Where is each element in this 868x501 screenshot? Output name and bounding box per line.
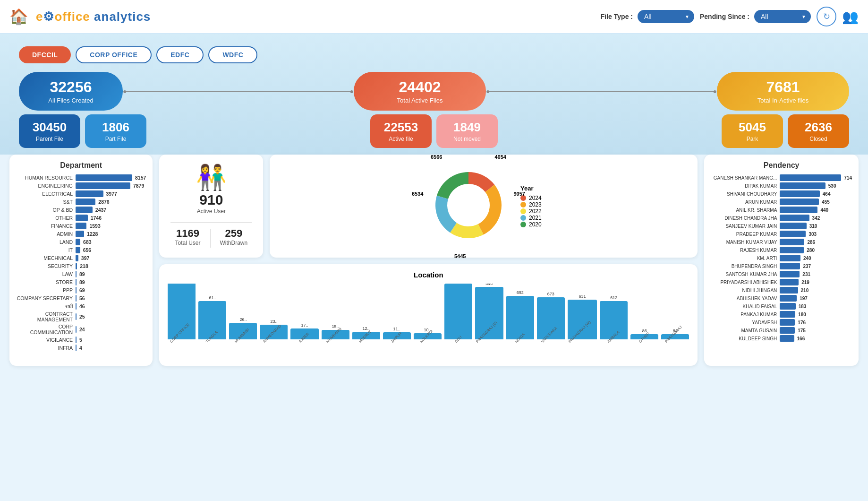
location-bar-item: 895 DDU	[444, 284, 472, 345]
dept-bar	[76, 295, 77, 302]
pend-name: SANJEEV KUMAR JAIN	[711, 224, 777, 229]
file-type-select-wrapper[interactable]: All	[638, 10, 694, 23]
sub-stat-num: 1849	[446, 120, 488, 135]
pend-name: ANIL KR. SHARMA	[711, 207, 777, 213]
pend-bar	[780, 295, 797, 302]
location-bar-item: 840 PRAYAGRAJ (E)	[475, 284, 503, 345]
legend-year-label: 2021	[529, 215, 542, 221]
dept-name: COMPANY SECRETARY	[16, 295, 73, 301]
withdrawn-value: 259	[220, 227, 248, 240]
pend-name: MAMTA GUSAIN	[711, 328, 777, 333]
pending-since-select[interactable]: All	[754, 10, 811, 23]
stat-label: All Files Created	[33, 97, 109, 104]
total-user-stat: 1169 Total User	[175, 227, 201, 246]
pend-bar-row: KULDEEP SINGH166	[711, 335, 852, 342]
active-user-label: Active User	[197, 208, 226, 215]
dept-name: ENGINEERING	[16, 183, 73, 189]
location-bar-item: 10.. KOLKATA	[414, 328, 442, 346]
bar-value-label: 692	[517, 290, 524, 295]
pend-bar	[780, 174, 841, 181]
dept-bar	[76, 263, 77, 269]
pend-value: 530	[828, 183, 836, 189]
dept-value: 1746	[91, 215, 102, 221]
user-avatar: 👫	[196, 163, 227, 192]
pend-bar	[780, 279, 799, 285]
file-type-select[interactable]: All	[638, 10, 694, 23]
dept-bar-row: INFRA4	[16, 345, 146, 351]
department-bars: HUMAN RESOURCE8157ENGINEERING7879ELECTRI…	[16, 174, 146, 351]
location-bar-item: 98.. CORP OFFICE	[168, 284, 196, 345]
pend-bar	[780, 182, 825, 189]
dept-bar-row: CORP COMMUNICATION24	[16, 324, 146, 335]
pend-name: SHIVANI CHOUDHARY	[711, 191, 777, 197]
pend-value: 310	[809, 224, 817, 229]
pendency-title: Pendency	[711, 161, 852, 170]
user-donut-row: 👫 910 Active User 1169 Total User 259 Wi…	[159, 155, 698, 258]
stat-pill-blue: 32256All Files Created	[19, 72, 123, 111]
pend-bar-row: MANISH KUMAR VIJAY286	[711, 239, 852, 245]
pend-bar-row: DINESH CHANDRA JHA342	[711, 215, 852, 221]
pend-bar	[780, 319, 795, 326]
sub-stat-group-0: 30450Parent File1806Part File	[19, 114, 146, 148]
people-icon: 👥	[842, 9, 859, 25]
location-chart-wrapper: 98.. CORP OFFICE 61.. TUNDLA 26.. MUMBAI…	[168, 284, 689, 359]
location-title: Location	[168, 271, 689, 279]
stat-label: Total Active Files	[368, 97, 472, 104]
dept-bar-row: CONTRACT MANAGEMENT25	[16, 311, 146, 322]
pending-since-select-wrapper[interactable]: All	[754, 10, 811, 23]
nav-tab-corp-office[interactable]: CORP OFFICE	[76, 46, 152, 63]
pend-name: PRADEEP KUMAR	[711, 232, 777, 237]
sub-stat-label: Part File	[94, 136, 137, 142]
dept-value: 5	[79, 337, 82, 343]
legend-year-label: 2022	[529, 208, 542, 215]
dept-name: VIGILANCE	[16, 337, 73, 343]
dept-value: 7879	[133, 183, 144, 189]
pend-bar	[780, 207, 817, 213]
pend-bar	[780, 303, 795, 310]
pend-name: MANISH KUMAR VIJAY	[711, 240, 777, 245]
sub-stat-group-1: 22553Active file1849Not moved	[370, 114, 498, 148]
sub-stat-label: Active file	[380, 136, 422, 142]
dept-value: 3977	[106, 191, 117, 197]
legend-item-2021: 2021	[520, 215, 542, 221]
pend-value: 166	[797, 336, 805, 341]
pend-bar-row: SHIVANI CHOUDHARY464	[711, 190, 852, 197]
dept-bar	[76, 190, 103, 197]
sub-stat-label: Parent File	[28, 136, 71, 142]
dept-name: S&T	[16, 199, 73, 205]
dept-bar-row: SECURITY218	[16, 263, 146, 269]
pend-name: KM. ARTI	[711, 256, 777, 261]
donut-wrapper: 4654 9057 5445 6534 6566	[426, 163, 511, 250]
nav-tab-edfc[interactable]: EDFC	[156, 46, 204, 63]
pend-name: ABHISHEK YADAV	[711, 296, 777, 301]
refresh-button[interactable]: ↻	[817, 7, 836, 26]
bar-rect	[568, 300, 597, 339]
dept-name: IT	[16, 247, 73, 253]
sub-stat-park: 5045Park	[722, 114, 783, 148]
dept-bar-row: STORE89	[16, 279, 146, 285]
total-user-value: 1169	[175, 227, 201, 240]
nav-tab-dfccil[interactable]: DFCCIL	[19, 46, 71, 63]
dept-value: 24	[79, 327, 85, 332]
pend-bar	[780, 223, 806, 229]
home-icon[interactable]: 🏠	[9, 8, 28, 26]
sub-stat-num: 22553	[380, 120, 422, 135]
dept-name: INFRA	[16, 345, 73, 351]
pend-value: 237	[803, 264, 811, 269]
sub-stat-parent-file: 30450Parent File	[19, 114, 80, 148]
dept-bar	[76, 303, 77, 310]
pend-bar-row: SANTOSH KUMAR JHA231	[711, 271, 852, 277]
pend-bar	[780, 231, 806, 237]
sub-stat-not-moved: 1849Not moved	[436, 114, 498, 148]
location-bars: 98.. CORP OFFICE 61.. TUNDLA 26.. MUMBAI…	[168, 284, 689, 359]
dept-bar	[76, 313, 77, 320]
nav-tab-wdfc[interactable]: WDFC	[208, 46, 257, 63]
dept-bar	[76, 199, 95, 205]
location-bar-item: 11.. JAIPUR	[383, 327, 411, 345]
dept-bar	[76, 174, 132, 181]
stat-num: 24402	[368, 78, 472, 96]
dept-name: CORP COMMUNICATION	[16, 324, 73, 335]
sub-stat-group-2: 5045Park2636Closed	[722, 114, 849, 148]
pend-bar	[780, 327, 795, 334]
dept-value: 56	[79, 295, 85, 301]
